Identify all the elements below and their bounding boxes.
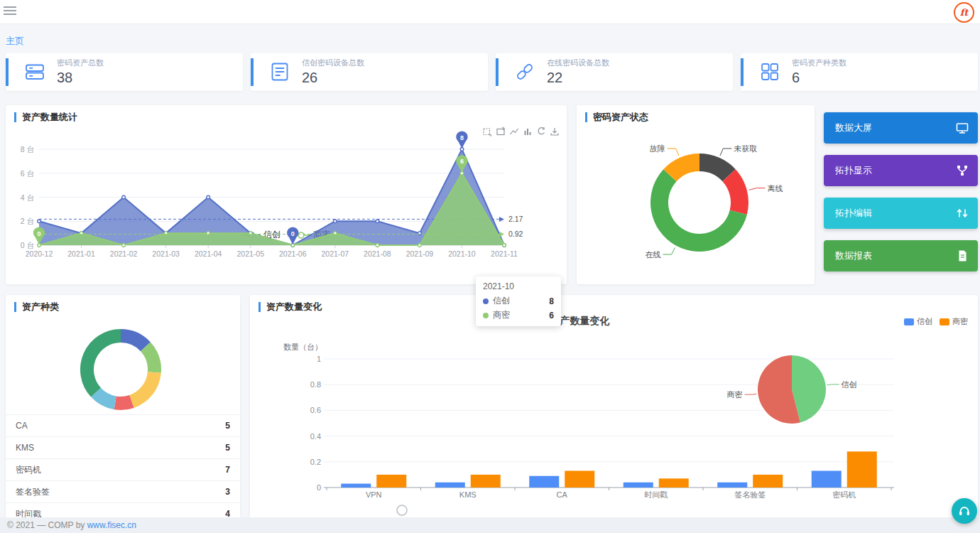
pie-slice-other[interactable] (80, 329, 121, 397)
action-button-label: 拓扑显示 (835, 164, 872, 177)
stat-card-value: 22 (547, 70, 609, 86)
bar-信创-KMS[interactable] (435, 483, 465, 488)
hamburger-menu-icon[interactable] (4, 6, 16, 16)
asset-count-line-chart[interactable]: 0 台2 台4 台6 台8 台2020-122021-012021-022021… (6, 128, 567, 263)
report-icon (956, 249, 969, 262)
fisec-link[interactable]: www.fisec.cn (87, 520, 136, 530)
bar-category-label: 签名验签 (734, 490, 766, 499)
stat-card-3: 密码资产种类数6 (741, 53, 978, 91)
asset-change-bar-chart[interactable]: 00.20.40.60.81数量（台）VPNKMSCA时间戳签名验签密码机信创商… (250, 334, 978, 533)
bar-信创-VPN[interactable] (341, 484, 371, 488)
svg-text:0: 0 (317, 483, 321, 492)
svg-text:4 台: 4 台 (21, 193, 34, 202)
asset-type-name: KMS (16, 443, 34, 453)
topology-icon (956, 164, 969, 177)
x-tick-label: 2021-08 (364, 249, 391, 258)
bar-商密-KMS[interactable] (471, 475, 501, 488)
bar-chart-legend: 信创商密 (904, 316, 968, 327)
svg-text:6 台: 6 台 (21, 169, 34, 178)
asset-status-donut-chart[interactable]: 未获取离线在线故障 (577, 125, 815, 284)
bar-category-label: CA (557, 490, 568, 499)
data-point[interactable] (376, 220, 379, 223)
svg-text:0: 0 (291, 230, 295, 237)
bar-商密-CA[interactable] (565, 470, 594, 488)
bar-信创-时间戳[interactable] (624, 483, 653, 488)
pie-label-离线: 离线 (767, 184, 783, 193)
bar-信创-签名验签[interactable] (717, 483, 747, 488)
svg-text:0.8: 0.8 (310, 380, 321, 389)
data-point[interactable] (122, 195, 126, 199)
action-button-数据报表[interactable]: 数据报表 (824, 240, 978, 271)
topology-edit-icon (956, 207, 969, 220)
svg-text:8: 8 (460, 134, 464, 141)
panel-title-asset-types: 资产种类 (14, 302, 59, 312)
x-tick-label: 2021-07 (322, 249, 349, 258)
asset-stats-panel: 资产数量统计 信创商密 0 台2 台4 台6 台8 台2020-122021-0… (6, 105, 567, 284)
data-point[interactable] (503, 244, 506, 247)
x-tick-label: 2020-12 (26, 249, 53, 258)
svg-text:6: 6 (460, 158, 464, 165)
asset-type-row-密码机: 密码机7 (6, 459, 240, 481)
action-button-拓扑显示[interactable]: 拓扑显示 (824, 155, 978, 186)
stat-card-0: 密码资产总数38 (6, 53, 243, 91)
tooltip-title: 2021-10 (483, 281, 554, 291)
stat-card-value: 38 (57, 70, 104, 86)
data-point[interactable] (207, 195, 210, 199)
data-point[interactable] (376, 244, 379, 247)
asset-types-donut-chart[interactable] (6, 316, 240, 414)
pagination-dot[interactable] (397, 505, 407, 515)
stat-card-label: 密码资产总数 (57, 58, 104, 68)
x-tick-label: 2021-11 (491, 249, 518, 258)
bar-legend-item-商密[interactable]: 商密 (940, 316, 968, 327)
asset-type-list: CA5KMS5密码机7签名验签3时间戳4 (6, 414, 240, 525)
bar-商密-密码机[interactable] (847, 451, 877, 488)
svg-text:8 台: 8 台 (21, 145, 34, 154)
panel-title-asset-change: 资产数量变化 (258, 302, 322, 312)
data-point[interactable] (122, 244, 126, 247)
stat-card-label: 密码资产种类数 (792, 58, 846, 68)
data-point[interactable] (418, 244, 422, 247)
bar-category-label: KMS (459, 490, 477, 499)
card-accent (6, 58, 9, 86)
x-tick-label: 2021-04 (195, 249, 222, 258)
asset-type-name: 签名验签 (16, 486, 50, 498)
action-button-拓扑编辑[interactable]: 拓扑编辑 (824, 198, 978, 229)
asset-type-row-签名验签: 签名验签3 (6, 481, 240, 503)
server-icon (24, 61, 45, 82)
bar-商密-时间戳[interactable] (659, 478, 689, 488)
x-tick-label: 2021-09 (406, 249, 434, 258)
stat-card-value: 26 (302, 70, 364, 86)
stat-card-2: 在线密码设备总数22 (496, 53, 733, 91)
panel-title-asset-stats: 资产数量统计 (14, 112, 77, 122)
asset-type-count: 5 (225, 443, 230, 453)
data-point[interactable] (334, 220, 337, 223)
svg-text:0: 0 (37, 230, 40, 237)
breadcrumb-home[interactable]: 主页 (6, 35, 24, 48)
action-button-label: 数据大屏 (835, 122, 872, 134)
pie-label-未获取: 未获取 (734, 144, 757, 153)
card-accent (496, 58, 499, 86)
svg-text:0 台: 0 台 (21, 241, 34, 249)
action-button-数据大屏[interactable]: 数据大屏 (824, 112, 978, 144)
bar-y-axis-name: 数量（台） (283, 343, 322, 351)
app-logo: ft (954, 2, 974, 23)
bar-信创-密码机[interactable] (812, 470, 842, 488)
x-tick-label: 2021-01 (67, 249, 95, 258)
bar-信创-CA[interactable] (529, 476, 559, 488)
copyright-text: © 2021 — COMP by (7, 520, 87, 530)
bar-商密-VPN[interactable] (376, 475, 406, 488)
asset-type-row-KMS: KMS5 (6, 437, 240, 459)
bar-商密-签名验签[interactable] (753, 475, 783, 488)
x-tick-label: 2021-05 (236, 249, 264, 258)
stat-card-1: 信创密码设备总数26 (251, 53, 488, 91)
inset-pie-label-信创: 信创 (842, 380, 857, 389)
pie-slice-密码机[interactable] (129, 372, 160, 408)
asset-type-row-CA: CA5 (6, 415, 240, 437)
support-float-button[interactable] (952, 498, 977, 524)
pie-label-在线: 在线 (645, 250, 660, 259)
data-point[interactable] (38, 220, 41, 223)
stat-card-label: 信创密码设备总数 (302, 58, 364, 68)
logo-text: ft (960, 8, 969, 17)
average-label: 0.92 (508, 230, 523, 238)
bar-legend-item-信创[interactable]: 信创 (904, 316, 932, 327)
